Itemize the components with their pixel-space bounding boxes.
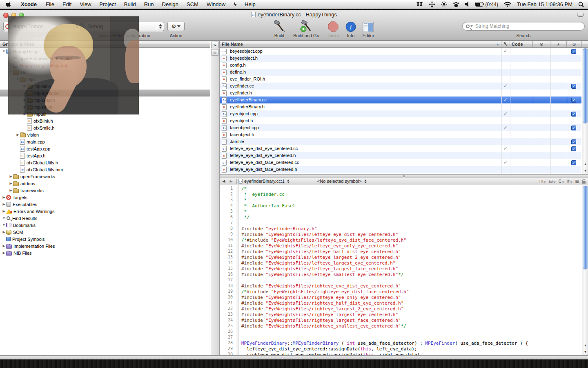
- file-row-jamfile[interactable]: Jamfile✓: [220, 138, 581, 145]
- file-history-stepper[interactable]: [287, 180, 290, 183]
- sidebar-item-mpismile[interactable]: ▶mpismile: [0, 103, 210, 110]
- sidebar-item-main-cpp[interactable]: C+main.cpp: [0, 138, 210, 145]
- volume-icon[interactable]: [465, 2, 470, 7]
- battery-indicator[interactable]: (0:44): [475, 2, 498, 7]
- forward-button[interactable]: ▶: [227, 179, 235, 183]
- symbol-stepper[interactable]: [364, 180, 367, 183]
- brightness-icon[interactable]: [441, 1, 447, 7]
- code-editor[interactable]: 1234567891011121314151617181920212223242…: [220, 185, 581, 355]
- target-membership-checkbox[interactable]: ✓: [571, 126, 576, 130]
- sidebar-item-scm[interactable]: ▶SCM: [0, 229, 210, 236]
- file-row-eyefinder-h[interactable]: Heyefinder.h: [220, 90, 581, 96]
- toolbar-toggle-button[interactable]: [577, 13, 584, 17]
- disclosure-triangle-icon[interactable]: ▼: [2, 49, 6, 53]
- disclosure-triangle-icon[interactable]: ▼: [2, 216, 6, 220]
- sidebar-item-ofxglobalutils-h[interactable]: HofxGlobalUtils.h: [0, 159, 210, 166]
- disclosure-triangle-icon[interactable]: ▶: [22, 105, 27, 109]
- menu-help[interactable]: Help: [241, 0, 260, 9]
- menu-xcode[interactable]: Xcode: [16, 0, 42, 9]
- file-row-eyeobject-cpp[interactable]: C+eyeobject.cpp✓✓: [220, 110, 581, 117]
- sidebar-item-mpiblink[interactable]: ▶mpiblink: [0, 83, 210, 90]
- file-row-eye-finder-roi-h[interactable]: Heye_finder_ROI.h: [220, 76, 581, 83]
- sidebar-item-testapp-cpp[interactable]: C+testApp.cpp: [0, 145, 210, 152]
- file-row-lefteye-eye-dist-face-centered-h[interactable]: Hlefteye_eye_dist_face_centered.h: [220, 166, 581, 173]
- disclosure-triangle-icon[interactable]: ▶: [9, 188, 13, 192]
- counterparts-button[interactable]: C: [559, 179, 564, 184]
- sidebar-item-openframeworks-info-plist[interactable]: openFrameworks-Info.plist: [0, 55, 210, 62]
- build-and-go-button[interactable]: [293, 19, 319, 32]
- file-row-faceobject-cpp[interactable]: C+faceobject.cpp✓✓: [220, 124, 581, 131]
- file-row-eyefinderbinary-h[interactable]: HeyefinderBinary.h: [220, 103, 581, 110]
- sidebar-item-testapp-h[interactable]: HtestApp.h: [0, 152, 210, 159]
- bookmarks-button[interactable]: ◫: [539, 179, 546, 184]
- editor-scroll-thumb[interactable]: [583, 186, 588, 269]
- scroll-down-button[interactable]: ▼: [582, 168, 588, 174]
- menu-edit[interactable]: Edit: [58, 0, 76, 9]
- sidebar-item-ofxblink-h[interactable]: HofxBlink.h: [0, 117, 210, 124]
- search-field[interactable]: [462, 22, 585, 31]
- sidebar-item-mpieyefinder[interactable]: ▶mpieyefinder: [0, 90, 210, 96]
- disclosure-triangle-icon[interactable]: ▶: [2, 209, 6, 213]
- sidebar-item-executables[interactable]: ▶Executables: [0, 201, 210, 208]
- disclosure-triangle-icon[interactable]: ▶: [9, 175, 13, 178]
- wifi-icon[interactable]: [504, 2, 511, 7]
- sidebar-item-mputil[interactable]: ▶mputil: [0, 110, 210, 117]
- menu-project[interactable]: Project: [95, 0, 120, 9]
- sidebar-item-mpisearch[interactable]: ▶mpisearch: [0, 96, 210, 103]
- disclosure-triangle-icon[interactable]: ▶: [22, 98, 27, 102]
- sidebar-item-find-results[interactable]: ▼Find Results: [0, 215, 210, 222]
- script-menu-icon[interactable]: ϟ: [229, 0, 241, 9]
- editor-toggle-mini-button[interactable]: ▤: [211, 49, 219, 56]
- file-row-beyesobject-h[interactable]: Hbeyesobject.h: [220, 55, 581, 62]
- menu-design[interactable]: Design: [158, 0, 183, 9]
- symbol-popup[interactable]: <No selected symbol>: [317, 179, 362, 184]
- sidebar-item-frameworks[interactable]: ▶frameworks: [0, 187, 210, 194]
- target-membership-checkbox[interactable]: ✓: [571, 112, 576, 117]
- disclosure-triangle-icon[interactable]: ▶: [22, 84, 27, 88]
- build-config-popup[interactable]: Debug: [85, 22, 164, 31]
- target-membership-checkbox[interactable]: ✓: [571, 49, 576, 54]
- menu-run[interactable]: Run: [140, 0, 158, 9]
- target-membership-checkbox[interactable]: ✓: [571, 84, 576, 89]
- file-row-define-h[interactable]: Hdefine.h: [220, 69, 581, 76]
- scroll-up-button[interactable]: ▲: [582, 161, 588, 168]
- disclosure-triangle-icon[interactable]: ▶: [22, 91, 27, 95]
- file-row-eyefinder-cc[interactable]: C+eyefinder.cc✓✓: [220, 83, 581, 90]
- menu-window[interactable]: Window: [203, 0, 229, 9]
- file-row-faceobject-h[interactable]: Hfaceobject.h: [220, 131, 581, 138]
- editor-button[interactable]: [360, 19, 376, 32]
- sidebar-item-bookmarks[interactable]: ▼Bookmarks: [0, 222, 210, 229]
- column-errors[interactable]: ⊗: [533, 41, 550, 47]
- column-code[interactable]: Code: [510, 41, 533, 47]
- sidebar-item-src[interactable]: ▼src: [0, 69, 210, 76]
- target-membership-checkbox[interactable]: ✓: [571, 146, 576, 151]
- disclosure-triangle-icon[interactable]: ▶: [2, 251, 6, 255]
- disclosure-triangle-icon[interactable]: ▶: [22, 112, 27, 116]
- breakpoint-ribbon[interactable]: [236, 185, 239, 355]
- sidebar-item-vision[interactable]: ▶vision: [0, 131, 210, 138]
- menu-scm[interactable]: SCM: [183, 0, 203, 9]
- active-target-popup[interactable]: HappyThings: [3, 22, 81, 31]
- menu-clock[interactable]: Tue Feb 15 1:09:36 PM: [517, 1, 572, 7]
- build-button[interactable]: [270, 19, 288, 32]
- file-row-config-h[interactable]: Hconfig.h: [220, 62, 581, 69]
- file-row-lefteye-eye-dist-face-centered-cc[interactable]: C+lefteye_eye_dist_face_centered.cc✓✓: [220, 159, 581, 166]
- paw-icon[interactable]: [453, 2, 459, 7]
- sidebar-item-happythings[interactable]: ▼HappyThings: [0, 48, 210, 55]
- sidebar-item-implementation-files[interactable]: ▶Implementation Files: [0, 242, 210, 249]
- sidebar-item-ofxsmile-h[interactable]: HofxSmile.h: [0, 124, 210, 131]
- spotlight-icon[interactable]: [578, 2, 584, 7]
- sidebar-item-nib-files[interactable]: ▶NIB Files: [0, 249, 210, 256]
- menu-view[interactable]: View: [76, 0, 95, 9]
- split-editor-button[interactable]: ▦: [575, 179, 579, 184]
- sidebar-item-targets[interactable]: ▶Targets: [0, 194, 210, 201]
- sidebar-item-openframeworks[interactable]: ▶openFrameworks: [0, 173, 210, 180]
- move-displays-icon[interactable]: [429, 1, 435, 8]
- column-warnings[interactable]: ▲: [550, 41, 567, 47]
- info-button[interactable]: i: [343, 19, 359, 32]
- file-list-scroll-thumb[interactable]: [583, 48, 588, 123]
- lock-icon[interactable]: [582, 181, 586, 184]
- sidebar-item-mpi[interactable]: ▼mpi: [0, 76, 210, 83]
- disclosure-triangle-icon[interactable]: ▶: [2, 230, 6, 234]
- sidebar-item-errors-and-warnings[interactable]: ▶Errors and Warnings: [0, 208, 210, 215]
